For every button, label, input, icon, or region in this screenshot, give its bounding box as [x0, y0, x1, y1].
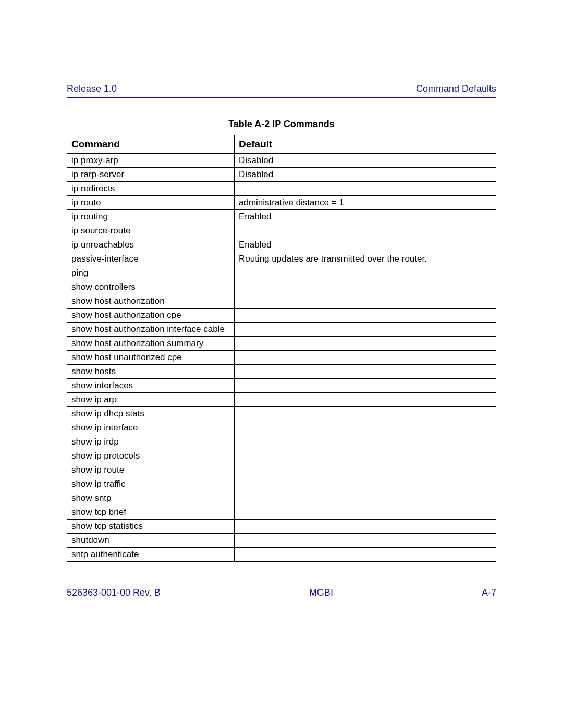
table-row: sntp authenticate	[67, 548, 496, 562]
cell-command: show ip protocols	[67, 449, 235, 463]
table-row: show controllers	[67, 280, 496, 294]
table-row: show host authorization	[67, 294, 496, 309]
cell-default	[234, 407, 496, 421]
cell-command: show interfaces	[67, 379, 235, 393]
table-row: show host authorization summary	[67, 337, 496, 351]
cell-default	[234, 280, 496, 294]
table-row: show ip dhcp stats	[67, 407, 496, 421]
table-header-row: Command Default	[67, 135, 496, 154]
cell-command: show host authorization cpe	[67, 309, 235, 323]
cell-command: ip route	[67, 196, 235, 210]
cell-default: administrative distance = 1	[234, 196, 496, 210]
footer-center: MGBI	[309, 587, 333, 598]
table-row: ip rarp-serverDisabled	[67, 168, 496, 182]
ip-commands-table: Command Default ip proxy-arpDisabledip r…	[67, 135, 496, 562]
cell-default	[234, 477, 496, 491]
table-row: ip routingEnabled	[67, 210, 496, 224]
cell-command: show tcp statistics	[67, 520, 235, 534]
table-row: show host authorization cpe	[67, 309, 496, 323]
cell-default: Enabled	[234, 210, 496, 224]
table-row: show sntp	[67, 491, 496, 505]
cell-default	[234, 393, 496, 407]
table-row: show ip irdp	[67, 435, 496, 449]
cell-default	[234, 435, 496, 449]
cell-command: ip source-route	[67, 224, 235, 238]
page-footer: 526363-001-00 Rev. B MGBI A-7	[67, 583, 496, 598]
cell-command: show hosts	[67, 365, 235, 379]
page-header: Release 1.0 Command Defaults	[67, 83, 496, 98]
cell-default	[234, 365, 496, 379]
cell-command: show ip arp	[67, 393, 235, 407]
table-row: show host unauthorized cpe	[67, 351, 496, 365]
cell-default	[234, 266, 496, 280]
cell-default	[234, 224, 496, 238]
footer-left: 526363-001-00 Rev. B	[67, 587, 161, 598]
cell-default	[234, 520, 496, 534]
table-row: ip proxy-arpDisabled	[67, 154, 496, 168]
cell-default	[234, 463, 496, 477]
cell-default	[234, 534, 496, 548]
table-row: show interfaces	[67, 379, 496, 393]
document-page: Release 1.0 Command Defaults Table A-2 I…	[0, 0, 563, 728]
header-left: Release 1.0	[67, 83, 117, 94]
cell-default	[234, 309, 496, 323]
cell-command: ip redirects	[67, 182, 235, 196]
table-row: ip routeadministrative distance = 1	[67, 196, 496, 210]
cell-command: sntp authenticate	[67, 548, 235, 562]
cell-command: show ip dhcp stats	[67, 407, 235, 421]
table-row: show hosts	[67, 365, 496, 379]
table-row: ip redirects	[67, 182, 496, 196]
cell-command: ip proxy-arp	[67, 154, 235, 168]
col-command: Command	[67, 135, 235, 154]
cell-command: show ip route	[67, 463, 235, 477]
cell-default	[234, 294, 496, 309]
table-title: Table A-2 IP Commands	[67, 119, 496, 130]
table-row: ip source-route	[67, 224, 496, 238]
cell-command: passive-interface	[67, 252, 235, 266]
table-row: show ip traffic	[67, 477, 496, 491]
col-default: Default	[234, 135, 496, 154]
cell-default: Disabled	[234, 168, 496, 182]
table-row: passive-interfaceRouting updates are tra…	[67, 252, 496, 266]
cell-default	[234, 491, 496, 505]
table-row: show ip route	[67, 463, 496, 477]
cell-default	[234, 182, 496, 196]
table-row: show tcp brief	[67, 505, 496, 520]
header-right: Command Defaults	[416, 83, 496, 94]
table-row: show ip protocols	[67, 449, 496, 463]
cell-command: ip routing	[67, 210, 235, 224]
table-row: show ip interface	[67, 421, 496, 435]
cell-command: show host authorization summary	[67, 337, 235, 351]
cell-default	[234, 351, 496, 365]
footer-right: A-7	[482, 587, 496, 598]
table-row: ip unreachablesEnabled	[67, 238, 496, 252]
table-row: ping	[67, 266, 496, 280]
cell-default	[234, 323, 496, 337]
cell-command: show sntp	[67, 491, 235, 505]
cell-command: show ip traffic	[67, 477, 235, 491]
cell-default: Disabled	[234, 154, 496, 168]
cell-command: ip unreachables	[67, 238, 235, 252]
table-row: show ip arp	[67, 393, 496, 407]
table-row: show tcp statistics	[67, 520, 496, 534]
cell-command: show ip interface	[67, 421, 235, 435]
cell-command: ip rarp-server	[67, 168, 235, 182]
cell-default	[234, 548, 496, 562]
cell-default	[234, 337, 496, 351]
cell-default	[234, 379, 496, 393]
cell-command: shutdown	[67, 534, 235, 548]
cell-default: Enabled	[234, 238, 496, 252]
cell-command: show host unauthorized cpe	[67, 351, 235, 365]
table-row: shutdown	[67, 534, 496, 548]
cell-default: Routing updates are transmitted over the…	[234, 252, 496, 266]
cell-default	[234, 505, 496, 520]
table-row: show host authorization interface cable	[67, 323, 496, 337]
cell-command: show host authorization	[67, 294, 235, 309]
cell-command: show ip irdp	[67, 435, 235, 449]
cell-command: show host authorization interface cable	[67, 323, 235, 337]
cell-command: ping	[67, 266, 235, 280]
cell-default	[234, 449, 496, 463]
cell-default	[234, 421, 496, 435]
cell-command: show tcp brief	[67, 505, 235, 520]
cell-command: show controllers	[67, 280, 235, 294]
